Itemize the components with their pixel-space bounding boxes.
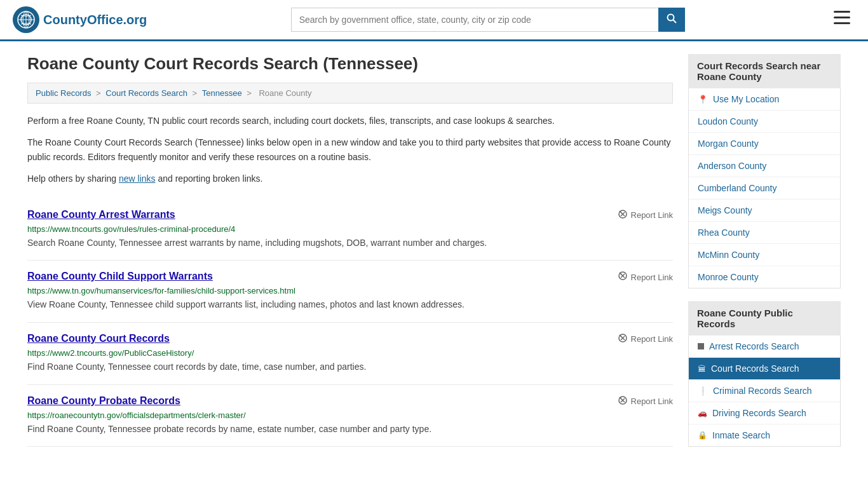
nearby-header: Court Records Search near Roane County — [688, 54, 841, 88]
court-icon: 🏛 — [698, 364, 706, 374]
nearby-item: Morgan County — [689, 133, 840, 155]
nearby-item: Monroe County — [689, 266, 840, 288]
public-record-item: 🔒Inmate Search — [689, 424, 840, 446]
logo-text: CountyOffice.org — [43, 13, 147, 27]
intro-paragraph-1: Perform a free Roane County, TN public c… — [27, 114, 673, 128]
result-url-1: https://www.tn.gov/humanservices/for-fam… — [27, 286, 673, 295]
result-title-0[interactable]: Roane County Arrest Warrants — [27, 209, 175, 220]
nearby-link-1[interactable]: Loudon County — [689, 111, 840, 132]
site-header: CountyOffice.org — [0, 0, 868, 41]
report-icon-1 — [618, 271, 628, 283]
svg-point-5 — [667, 15, 674, 21]
result-header: Roane County Probate Records Report Link — [27, 395, 673, 408]
nearby-item: Anderson County — [689, 155, 840, 177]
breadcrumb-sep3: > — [247, 88, 254, 98]
new-links-link[interactable]: new links — [119, 173, 156, 184]
public-records-header: Roane County Public Records — [688, 301, 841, 336]
report-icon-0 — [618, 209, 628, 222]
nearby-link-3[interactable]: Anderson County — [689, 155, 840, 177]
result-desc-3: Find Roane County, Tennessee probate rec… — [27, 423, 673, 437]
nearby-section: Court Records Search near Roane County U… — [688, 54, 841, 288]
help-text: Help others by sharing new links and rep… — [27, 172, 673, 186]
nearby-link-2[interactable]: Morgan County — [689, 133, 840, 154]
breadcrumb-tennessee[interactable]: Tennessee — [202, 88, 242, 98]
result-title-3[interactable]: Roane County Probate Records — [27, 395, 180, 407]
search-button[interactable] — [658, 8, 685, 32]
public-record-link-3[interactable]: 🚗Driving Records Search — [689, 402, 840, 424]
result-item: Roane County Court Records Report Link h… — [27, 323, 673, 385]
public-record-item: 🏛Court Records Search — [689, 358, 840, 380]
report-icon-2 — [618, 333, 628, 346]
criminal-icon: ❕ — [698, 386, 708, 396]
report-icon-3 — [618, 395, 628, 408]
public-records-list: Arrest Records Search🏛Court Records Sear… — [688, 336, 841, 447]
result-item: Roane County Arrest Warrants Report Link… — [27, 199, 673, 261]
nearby-link-8[interactable]: Monroe County — [689, 266, 840, 288]
nearby-item: Cumberland County — [689, 177, 840, 200]
result-url-3: https://roanecountytn.gov/officialsdepar… — [27, 410, 673, 420]
breadcrumb-sep1: > — [96, 88, 103, 98]
result-header: Roane County Arrest Warrants Report Link — [27, 209, 673, 222]
result-header: Roane County Child Support Warrants Repo… — [27, 271, 673, 283]
public-record-link-0[interactable]: Arrest Records Search — [689, 336, 840, 357]
nearby-item: Loudon County — [689, 111, 840, 133]
report-link-3[interactable]: Report Link — [618, 395, 673, 408]
nearby-list: Use My LocationLoudon CountyMorgan Count… — [688, 88, 841, 288]
logo-county: CountyOffice — [43, 13, 123, 27]
logo-icon — [13, 6, 39, 33]
location-icon — [698, 94, 708, 104]
report-link-0[interactable]: Report Link — [618, 209, 673, 222]
public-record-link-2[interactable]: ❕Criminal Records Search — [689, 380, 840, 402]
svg-rect-9 — [834, 22, 850, 24]
page-title: Roane County Court Records Search (Tenne… — [27, 54, 673, 74]
breadcrumb-roane: Roane County — [259, 88, 311, 98]
breadcrumb-court-records[interactable]: Court Records Search — [105, 88, 187, 98]
public-record-item: Arrest Records Search — [689, 336, 840, 358]
intro-paragraph-2: The Roane County Court Records Search (T… — [27, 135, 673, 164]
main-content: Roane County Court Records Search (Tenne… — [27, 54, 673, 459]
nearby-link-4[interactable]: Cumberland County — [689, 177, 840, 199]
breadcrumb-sep2: > — [193, 88, 200, 98]
results-list: Roane County Arrest Warrants Report Link… — [27, 199, 673, 447]
nearby-item: McMinn County — [689, 244, 840, 266]
sidebar: Court Records Search near Roane County U… — [688, 54, 841, 459]
menu-button[interactable] — [829, 8, 855, 31]
nearby-link-5[interactable]: Meigs County — [689, 200, 840, 221]
report-link-2[interactable]: Report Link — [618, 333, 673, 346]
breadcrumb: Public Records > Court Records Search > … — [27, 83, 673, 104]
result-url-0: https://www.tncourts.gov/rules/rules-cri… — [27, 224, 673, 234]
svg-rect-8 — [834, 17, 850, 18]
public-record-item: ❕Criminal Records Search — [689, 380, 840, 402]
arrest-icon — [698, 343, 704, 349]
svg-line-6 — [673, 20, 676, 24]
result-desc-1: View Roane County, Tennessee child suppo… — [27, 298, 673, 312]
logo-area: CountyOffice.org — [13, 6, 147, 33]
help-text-before: Help others by sharing — [27, 173, 119, 184]
main-wrapper: Roane County Court Records Search (Tenne… — [15, 41, 853, 472]
nearby-item: Meigs County — [689, 200, 840, 222]
result-desc-2: Find Roane County, Tennessee court recor… — [27, 360, 673, 374]
logo-org: .org — [123, 13, 147, 27]
result-title-1[interactable]: Roane County Child Support Warrants — [27, 271, 213, 282]
public-record-item: 🚗Driving Records Search — [689, 402, 840, 424]
driving-icon: 🚗 — [698, 409, 707, 417]
breadcrumb-public-records[interactable]: Public Records — [36, 88, 91, 98]
nearby-link-7[interactable]: McMinn County — [689, 244, 840, 266]
svg-rect-7 — [834, 11, 850, 13]
nearby-link-0[interactable]: Use My Location — [689, 88, 840, 110]
nearby-item: Use My Location — [689, 88, 840, 111]
report-link-1[interactable]: Report Link — [618, 271, 673, 283]
result-item: Roane County Probate Records Report Link… — [27, 385, 673, 447]
public-record-link-4[interactable]: 🔒Inmate Search — [689, 424, 840, 446]
help-text-after: and reporting broken links. — [156, 173, 263, 184]
nearby-link-6[interactable]: Rhea County — [689, 222, 840, 243]
result-header: Roane County Court Records Report Link — [27, 333, 673, 346]
search-area — [291, 8, 685, 32]
public-record-link-1[interactable]: 🏛Court Records Search — [689, 358, 840, 379]
result-desc-0: Search Roane County, Tennessee arrest wa… — [27, 236, 673, 250]
inmate-icon: 🔒 — [698, 431, 707, 440]
nearby-item: Rhea County — [689, 222, 840, 244]
result-title-2[interactable]: Roane County Court Records — [27, 333, 170, 344]
result-item: Roane County Child Support Warrants Repo… — [27, 261, 673, 323]
search-input[interactable] — [291, 8, 658, 32]
